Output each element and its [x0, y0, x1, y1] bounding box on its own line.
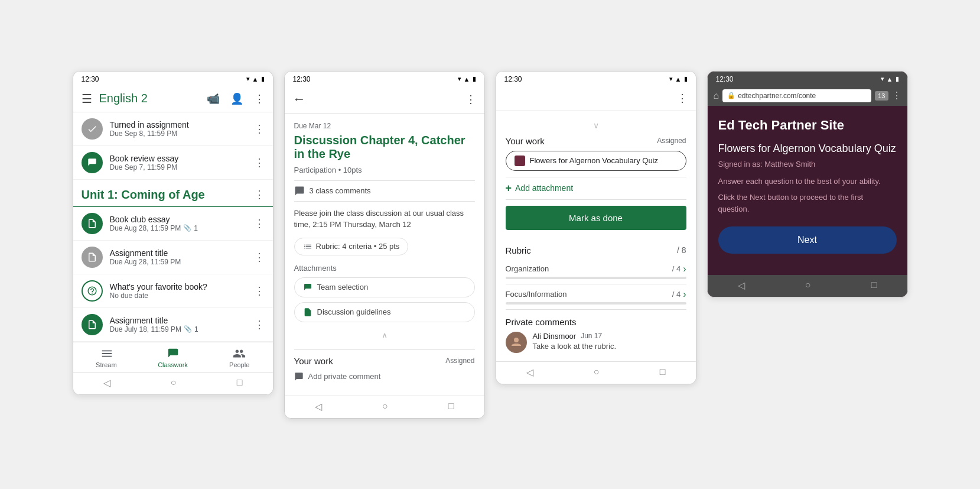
- url-bar-4[interactable]: 🔒 edtechpartner.com/conte: [722, 89, 871, 102]
- back-btn-1[interactable]: ◁: [103, 377, 110, 388]
- assignment-sub-1: Due Aug 28, 11:59 PM: [110, 258, 254, 266]
- favorite-book-sub: No due date: [110, 292, 254, 300]
- recents-btn-2[interactable]: □: [448, 401, 454, 412]
- list-item-turned-in[interactable]: Turned in assignment Due Sep 8, 11:59 PM…: [73, 112, 273, 146]
- attachment-discussion-label: Discussion guidelines: [317, 307, 391, 316]
- time-2: 12:30: [293, 75, 311, 83]
- time-3: 12:30: [504, 75, 522, 83]
- comments-row-2[interactable]: 3 class comments: [294, 180, 475, 202]
- recents-btn-1[interactable]: □: [237, 377, 243, 388]
- description-2: Please join the class discussion at our …: [294, 208, 475, 231]
- list-item-book-review[interactable]: Book review essay Due Sep 7, 11:59 PM ⋮: [73, 146, 273, 180]
- phone-2: 12:30 ▾ ▲ ▮ ← ⋮ Due Mar 12 Discussion Ch…: [284, 71, 485, 419]
- signal-icon-3: ▲: [675, 76, 682, 83]
- your-work-label-3: Your work: [506, 136, 545, 146]
- section-header-unit1: Unit 1: Coming of Age ⋮: [73, 180, 273, 207]
- list-item-favorite-book[interactable]: What's your favorite book? No due date ⋮: [73, 274, 273, 308]
- home-btn-4[interactable]: ○: [805, 280, 811, 291]
- quiz-desc-4: Answer each question to the best of your…: [718, 176, 897, 187]
- list-item-assignment-2[interactable]: Assignment title Due July 18, 11:59 PM 📎…: [73, 308, 273, 342]
- assignment-2-title: Assignment title: [110, 316, 254, 325]
- your-work-header-3: Your work Assigned: [506, 136, 686, 146]
- assignment-2-text: Assignment title Due July 18, 11:59 PM 📎…: [110, 316, 254, 333]
- toolbar-2: ← ⋮: [285, 86, 484, 114]
- attachment-discussion-guidelines[interactable]: Discussion guidelines: [294, 302, 475, 322]
- due-text-2: Due Mar 12: [294, 122, 475, 130]
- turned-in-more[interactable]: ⋮: [254, 122, 265, 135]
- home-btn-3[interactable]: ○: [594, 367, 600, 377]
- quiz-chip-3[interactable]: Flowers for Algernon Vocabulary Quiz: [506, 151, 686, 171]
- rubric-item-organization[interactable]: Organization / 4 ›: [506, 259, 686, 284]
- mark-done-button-3[interactable]: Mark as done: [506, 206, 686, 230]
- attachments-label-2: Attachments: [294, 264, 475, 273]
- assignment-2-sub: Due July 18, 11:59 PM: [110, 325, 181, 333]
- home-btn-1[interactable]: ○: [171, 377, 177, 388]
- wifi-icon-2: ▾: [458, 75, 461, 83]
- section-more[interactable]: ⋮: [254, 188, 265, 201]
- rubric-org-progress: [506, 277, 686, 279]
- assignment-more-1[interactable]: ⋮: [254, 251, 265, 264]
- chevron-org-icon: ›: [683, 264, 686, 274]
- signal-icon-4: ▲: [887, 76, 893, 83]
- home-icon-4[interactable]: ⌂: [714, 90, 719, 101]
- menu-icon[interactable]: ☰: [80, 90, 93, 107]
- stream-icon: [100, 347, 113, 360]
- add-attachment-label-3: Add attachment: [515, 183, 573, 193]
- book-review-title: Book review essay: [110, 154, 254, 163]
- nav-people[interactable]: People: [206, 342, 273, 372]
- status-bar-2: 12:30 ▾ ▲ ▮: [285, 72, 484, 86]
- favorite-book-icon: [82, 280, 103, 302]
- back-btn-4[interactable]: ◁: [738, 280, 745, 291]
- nav-people-label: People: [229, 361, 249, 368]
- book-review-more[interactable]: ⋮: [254, 156, 265, 169]
- your-work-section-3: Your work Assigned Flowers for Algernon …: [506, 136, 686, 238]
- status-icons-2: ▾ ▲ ▮: [458, 75, 476, 83]
- more-icon-3[interactable]: ⋮: [676, 90, 689, 106]
- nav-classwork[interactable]: Classwork: [139, 342, 206, 372]
- person-add-icon[interactable]: 👤: [229, 91, 245, 106]
- next-button-4[interactable]: Next: [718, 226, 897, 254]
- recents-btn-4[interactable]: □: [871, 280, 877, 291]
- rubric-chip-2[interactable]: Rubric: 4 criteria • 25 pts: [294, 238, 409, 255]
- attachment-team-selection[interactable]: Team selection: [294, 277, 475, 297]
- list-item-book-club[interactable]: Book club essay Due Aug 28, 11:59 PM 📎 1…: [73, 207, 273, 241]
- home-btn-2[interactable]: ○: [382, 401, 388, 412]
- video-icon[interactable]: 📹: [206, 91, 221, 106]
- status-bar-4: 12:30 ▾ ▲ ▮: [708, 72, 907, 86]
- nav-stream[interactable]: Stream: [73, 342, 140, 372]
- rubric-item-focus[interactable]: Focus/Information / 4 ›: [506, 284, 686, 310]
- recents-btn-3[interactable]: □: [660, 367, 666, 377]
- book-club-more[interactable]: ⋮: [254, 217, 265, 230]
- your-work-label-2: Your work: [294, 356, 333, 366]
- rubric-title-3: Rubric: [506, 245, 531, 255]
- bottom-nav-1: Stream Classwork People: [73, 342, 273, 372]
- tabs-count-4[interactable]: 13: [875, 91, 888, 101]
- list-item-assignment-title[interactable]: Assignment title Due Aug 28, 11:59 PM ⋮: [73, 241, 273, 274]
- system-nav-2: ◁ ○ □: [285, 396, 484, 418]
- status-bar-3: 12:30 ▾ ▲ ▮: [496, 72, 696, 86]
- turned-in-text: Turned in assignment Due Sep 8, 11:59 PM: [110, 120, 254, 138]
- content-area-2: Due Mar 12 Discussion Chapter 4, Catcher…: [285, 114, 484, 396]
- favorite-book-more[interactable]: ⋮: [254, 284, 265, 297]
- comments-icon: [294, 186, 305, 196]
- more-vert-icon[interactable]: ⋮: [253, 91, 266, 106]
- system-nav-4: ◁ ○ □: [708, 275, 907, 297]
- add-attachment-row-3[interactable]: + Add attachment: [506, 177, 686, 200]
- back-btn-2[interactable]: ◁: [315, 401, 322, 412]
- back-btn-3[interactable]: ◁: [526, 367, 533, 378]
- back-icon-2[interactable]: ←: [292, 90, 307, 108]
- nav-classwork-label: Classwork: [158, 361, 188, 368]
- content-area-3: ∨ Your work Assigned Flowers for Algerno…: [496, 111, 696, 361]
- discussion-guidelines-icon: [303, 307, 312, 317]
- browser-more-4[interactable]: ⋮: [892, 90, 901, 101]
- status-bar-1: 12:30 ▾ ▲ ▮: [73, 72, 273, 86]
- your-work-row-2: Your work Assigned: [294, 349, 475, 366]
- avatar-ali: [506, 332, 527, 353]
- rubric-focus-progress: [506, 302, 686, 305]
- phone-1: 12:30 ▾ ▲ ▮ ☰ English 2 📹 👤 ⋮ Tu: [73, 71, 274, 395]
- classwork-icon: [167, 347, 180, 360]
- more-icon-2[interactable]: ⋮: [464, 92, 477, 107]
- add-private-row-2[interactable]: Add private comment: [294, 366, 475, 387]
- rubric-org-right: / 4 ›: [672, 264, 686, 274]
- assignment-2-more[interactable]: ⋮: [254, 318, 265, 331]
